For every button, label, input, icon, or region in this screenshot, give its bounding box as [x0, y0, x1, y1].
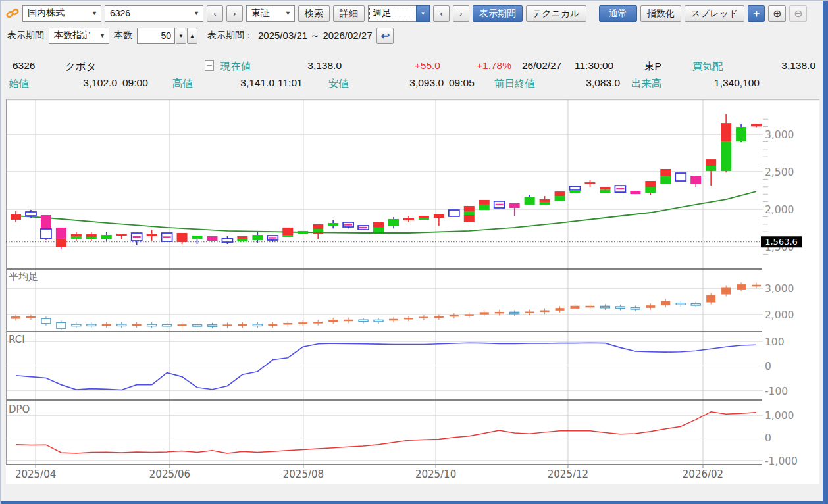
- count-label: 本数: [114, 30, 132, 41]
- svg-text:2025/04: 2025/04: [15, 468, 56, 480]
- timeframe-value: 週足: [373, 7, 391, 19]
- svg-text:-1,000: -1,000: [765, 455, 798, 467]
- volume-label: 出来高: [631, 77, 662, 91]
- svg-text:2025/10: 2025/10: [415, 468, 456, 480]
- svg-text:3,000: 3,000: [765, 283, 794, 295]
- svg-text:2,500: 2,500: [765, 166, 794, 178]
- reset-period-button[interactable]: ↩: [376, 28, 394, 44]
- last-price: 3,138.0: [274, 60, 342, 72]
- exchange-select-value: 東証: [251, 7, 270, 19]
- prev-close-label: 前日終値: [494, 77, 535, 91]
- quote-time: 11:30:00: [575, 60, 613, 72]
- bid-price: 3,138.0: [751, 60, 815, 72]
- symbol-prev-button[interactable]: ‹: [207, 5, 223, 22]
- timeframe-prev-button[interactable]: ‹: [433, 5, 450, 22]
- svg-text:平均足: 平均足: [9, 270, 38, 282]
- quote-panel: 6326 クボタ 現在値 3,138.0 +55.0 +1.78% 26/02/…: [1, 57, 823, 97]
- svg-text:1,563.6: 1,563.6: [765, 237, 798, 247]
- count-spin-down[interactable]: ▼: [176, 28, 186, 44]
- normal-mode-button[interactable]: 通常: [599, 5, 637, 22]
- symbol-combo[interactable]: 6326▼: [105, 5, 203, 22]
- symbol-combo-value: 6326: [110, 8, 130, 18]
- price-change: +55.0: [369, 60, 440, 72]
- low-time: 09:05: [449, 77, 475, 89]
- technical-button[interactable]: テクニカル: [526, 5, 586, 22]
- svg-text:0: 0: [765, 432, 771, 444]
- detail-button[interactable]: 詳細: [333, 5, 365, 22]
- stock-name: クボタ: [65, 60, 97, 74]
- last-price-label: 現在値: [220, 60, 251, 74]
- low-label: 安値: [328, 77, 349, 91]
- high-price: 3,141.0: [211, 77, 274, 89]
- timeframe-next-button[interactable]: ›: [453, 5, 469, 22]
- symbol-next-button[interactable]: ›: [226, 5, 243, 22]
- indexed-mode-button[interactable]: 指数化: [640, 5, 681, 22]
- low-price: 3,093.0: [381, 77, 444, 89]
- window-bottom-border: [1, 501, 828, 504]
- chevron-down-icon: ▼: [91, 10, 97, 16]
- bid-label: 買気配: [692, 60, 723, 74]
- display-period-button[interactable]: 表示期間: [473, 5, 523, 22]
- svg-text:100: 100: [765, 336, 785, 348]
- quote-date: 26/02/27: [522, 60, 561, 72]
- open-time: 09:00: [122, 77, 148, 89]
- price-change-pct: +1.78%: [443, 60, 511, 72]
- zoom-out-icon[interactable]: ⊖: [789, 5, 807, 22]
- svg-text:2026/02: 2026/02: [683, 468, 723, 480]
- market-select-value: 国内株式: [28, 7, 65, 19]
- svg-text:1,000: 1,000: [765, 410, 794, 422]
- open-label: 始値: [9, 77, 29, 91]
- svg-text:DPO: DPO: [9, 403, 30, 415]
- svg-text:2025/12: 2025/12: [548, 468, 588, 480]
- high-label: 高値: [172, 77, 193, 91]
- timeframe-combo[interactable]: 週足: [368, 5, 417, 22]
- range-value: 2025/03/21 ～ 2026/02/27: [258, 30, 372, 42]
- chevron-down-icon: ▾: [421, 10, 425, 16]
- open-price: 3,102.0: [53, 77, 117, 89]
- volume: 1,340,100: [685, 77, 760, 89]
- range-label: 表示期間：: [207, 30, 253, 41]
- market-select[interactable]: 国内株式▼: [22, 5, 101, 22]
- price-chart[interactable]: 2025/042025/062025/082025/102025/122026/…: [1, 99, 823, 484]
- chevron-down-icon: ▼: [194, 10, 199, 16]
- market-segment: 東P: [644, 60, 661, 74]
- prev-close: 3,083.0: [559, 77, 620, 89]
- search-button[interactable]: 検索: [298, 5, 330, 22]
- chart-window: 国内株式▼ 6326▼ ‹ › 東証▼ 検索 詳細 週足 ▾ ‹ › 表示期間 …: [0, 0, 828, 504]
- add-chart-button[interactable]: ＋: [748, 5, 765, 22]
- count-value: 50: [161, 30, 171, 41]
- timeframe-dropdown-button[interactable]: ▾: [416, 5, 430, 22]
- svg-text:2,000: 2,000: [765, 204, 794, 216]
- chart-canvas[interactable]: 2025/042025/062025/082025/102025/122026/…: [1, 99, 823, 484]
- window-right-border: [823, 1, 828, 504]
- board-icon[interactable]: [205, 60, 214, 71]
- period-mode-label: 表示期間: [7, 30, 44, 41]
- period-mode-select[interactable]: 本数指定▼: [49, 28, 109, 44]
- count-spin-up[interactable]: ▲: [187, 28, 197, 44]
- spread-mode-button[interactable]: スプレッド: [685, 5, 745, 22]
- stock-code: 6326: [13, 60, 35, 72]
- exchange-select[interactable]: 東証▼: [246, 5, 295, 22]
- main-toolbar: 国内株式▼ 6326▼ ‹ › 東証▼ 検索 詳細 週足 ▾ ‹ › 表示期間 …: [1, 1, 821, 26]
- timeframe-combo-group: 週足 ▾: [368, 5, 430, 22]
- period-mode-value: 本数指定: [54, 30, 91, 41]
- count-input[interactable]: 50: [137, 28, 175, 44]
- period-toolbar: 表示期間 本数指定▼ 本数 50 ▼ ▲ 表示期間： 2025/03/21 ～ …: [1, 26, 821, 45]
- link-icon[interactable]: [6, 7, 19, 20]
- svg-text:2,000: 2,000: [765, 309, 794, 321]
- svg-text:2025/08: 2025/08: [283, 468, 324, 480]
- svg-text:3,000: 3,000: [765, 129, 794, 141]
- chevron-down-icon: ▼: [99, 32, 105, 39]
- zoom-in-icon[interactable]: ⊕: [768, 5, 786, 22]
- high-time: 11:01: [278, 77, 303, 89]
- svg-text:2025/06: 2025/06: [149, 468, 190, 480]
- svg-text:-100: -100: [765, 386, 788, 397]
- svg-text:RCI: RCI: [9, 334, 25, 345]
- svg-text:0: 0: [765, 361, 771, 372]
- chevron-down-icon: ▼: [285, 10, 291, 16]
